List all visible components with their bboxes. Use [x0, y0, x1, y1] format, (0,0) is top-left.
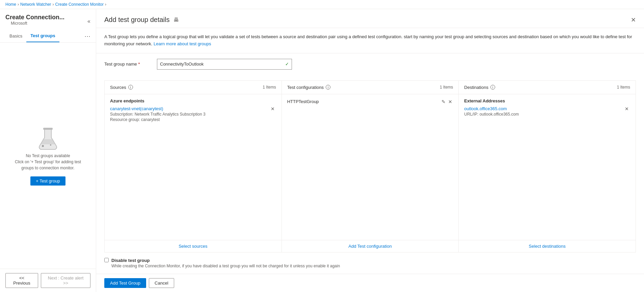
add-test-group-sidebar-button[interactable]: + Test group	[30, 176, 65, 186]
checkbox-description: While creating the Connection Monitor, i…	[111, 264, 340, 268]
panel-content: A Test group lets you define a logical g…	[96, 28, 644, 274]
add-test-group-button[interactable]: Add Test Group	[104, 278, 146, 288]
destinations-count: 1 Items	[617, 85, 630, 90]
test-configurations-panel: Test configurations i 1 Items HTTPTestGr…	[282, 81, 459, 252]
test-config-item: HTTPTestGroup ✎ ✕	[287, 98, 453, 105]
destination-remove-button[interactable]: ✕	[623, 106, 630, 112]
svg-point-1	[42, 145, 44, 147]
test-group-name-input-wrapper: ✓	[157, 59, 292, 70]
test-config-header: Test configurations i 1 Items	[282, 81, 459, 94]
panel-description: A Test group lets you define a logical g…	[96, 28, 644, 53]
nav-more-button[interactable]: ⋯	[84, 32, 90, 40]
panel-close-button[interactable]: ✕	[631, 16, 636, 24]
breadcrumb-network-watcher[interactable]: Network Watcher	[20, 2, 51, 7]
form-section: Test group name * ✓	[96, 53, 644, 80]
breadcrumb-create-connection-monitor[interactable]: Create Connection Monitor	[55, 2, 104, 7]
destinations-subsection-title: External Addresses	[464, 98, 630, 103]
destinations-footer: Select destinations	[459, 240, 636, 252]
destinations-body: External Addresses outlook.office365.com…	[459, 94, 636, 240]
panel-footer: Add Test Group Cancel	[96, 274, 644, 292]
select-destinations-link[interactable]: Select destinations	[529, 244, 566, 249]
source-endpoint-link[interactable]: canarytest-vnet(canarytest)	[110, 106, 269, 111]
sources-subsection-title: Azure endpoints	[110, 98, 276, 103]
panel-title: Add test group details 🖶	[104, 16, 179, 24]
sidebar-collapse-button[interactable]: «	[87, 18, 90, 24]
source-endpoint-item: canarytest-vnet(canarytest) Subscription…	[110, 106, 276, 122]
next-button[interactable]: Next : Create alert >>	[41, 273, 90, 288]
disable-test-group-checkbox[interactable]	[104, 258, 109, 262]
nav-tabs: Basics Test groups ⋯	[0, 30, 96, 43]
destinations-header: Destinations i 1 Items	[459, 81, 636, 94]
checkbox-section: Disable test group While creating the Co…	[96, 252, 644, 274]
source-subscription: Subscription: Network Traffic Analytics …	[110, 112, 269, 117]
flask-icon	[34, 126, 61, 153]
destination-link[interactable]: outlook.office365.com	[464, 106, 623, 111]
sources-footer: Select sources	[105, 240, 281, 252]
panel-print-button[interactable]: 🖶	[173, 17, 179, 23]
test-config-count: 1 Items	[440, 85, 453, 90]
test-config-footer: Add Test configuration	[282, 240, 459, 252]
destinations-info-icon[interactable]: i	[490, 85, 495, 90]
test-config-info-icon[interactable]: i	[326, 85, 330, 90]
sidebar-header: Create Connection... Microsoft «	[0, 9, 96, 30]
required-indicator: *	[138, 62, 140, 67]
checkbox-title: Disable test group	[111, 258, 340, 263]
destination-url: URL/IP: outlook.office365.com	[464, 112, 623, 117]
breadcrumb-home[interactable]: Home	[5, 2, 16, 7]
sources-body: Azure endpoints canarytest-vnet(canaryte…	[105, 94, 281, 240]
sidebar-title: Create Connection...	[5, 14, 64, 21]
sources-header: Sources i 1 Items	[105, 81, 281, 94]
test-group-name-row: Test group name * ✓	[104, 59, 636, 70]
source-endpoint-info: canarytest-vnet(canarytest) Subscription…	[110, 106, 269, 122]
source-remove-button[interactable]: ✕	[269, 106, 276, 112]
tab-test-groups[interactable]: Test groups	[26, 30, 59, 42]
sources-count: 1 Items	[263, 85, 276, 90]
learn-more-link[interactable]: Learn more about test groups	[154, 41, 211, 46]
test-config-remove-button[interactable]: ✕	[448, 98, 453, 105]
cancel-button[interactable]: Cancel	[149, 278, 174, 288]
select-sources-link[interactable]: Select sources	[179, 244, 207, 249]
destination-info: outlook.office365.com URL/IP: outlook.of…	[464, 106, 623, 117]
test-config-edit-button[interactable]: ✎	[441, 98, 446, 105]
test-group-name-input[interactable]	[160, 62, 285, 67]
add-test-configuration-link[interactable]: Add Test configuration	[348, 244, 392, 249]
valid-check-icon: ✓	[285, 62, 289, 67]
test-config-title: Test configurations i	[287, 85, 330, 90]
source-resource-group: Resource group: canarytest	[110, 117, 269, 122]
sources-info-icon[interactable]: i	[128, 85, 133, 90]
tab-basics[interactable]: Basics	[5, 30, 26, 42]
previous-button[interactable]: << Previous	[5, 273, 38, 288]
svg-point-2	[50, 144, 51, 146]
sidebar: Create Connection... Microsoft « Basics …	[0, 9, 96, 292]
sidebar-empty-text: No Test groups availableClick on '+ Test…	[15, 153, 81, 171]
destinations-panel: Destinations i 1 Items External Addresse…	[459, 81, 636, 252]
sources-panel: Sources i 1 Items Azure endpoints canary…	[105, 81, 282, 252]
checkbox-text: Disable test group While creating the Co…	[111, 258, 340, 268]
breadcrumb: Home › Network Watcher › Create Connecti…	[0, 0, 644, 9]
test-group-name-label: Test group name *	[104, 62, 152, 67]
sidebar-footer: << Previous Next : Create alert >>	[0, 269, 96, 292]
destination-item: outlook.office365.com URL/IP: outlook.of…	[464, 106, 630, 117]
sidebar-subtitle: Microsoft	[5, 21, 64, 28]
disable-test-group-label[interactable]: Disable test group While creating the Co…	[104, 258, 340, 268]
footer-left: << Previous Next : Create alert >>	[5, 273, 90, 288]
test-config-body: HTTPTestGroup ✎ ✕	[282, 94, 459, 240]
panel-header: Add test group details 🖶 ✕	[96, 9, 644, 28]
test-config-name: HTTPTestGroup	[287, 99, 319, 104]
sources-title: Sources i	[110, 85, 133, 90]
test-config-actions: ✎ ✕	[441, 98, 453, 105]
svg-rect-0	[43, 128, 53, 130]
columns-container: Sources i 1 Items Azure endpoints canary…	[104, 80, 636, 252]
destinations-title: Destinations i	[464, 85, 495, 90]
sidebar-empty-state: No Test groups availableClick on '+ Test…	[0, 43, 96, 269]
main-panel: Add test group details 🖶 ✕ A Test group …	[96, 9, 644, 292]
